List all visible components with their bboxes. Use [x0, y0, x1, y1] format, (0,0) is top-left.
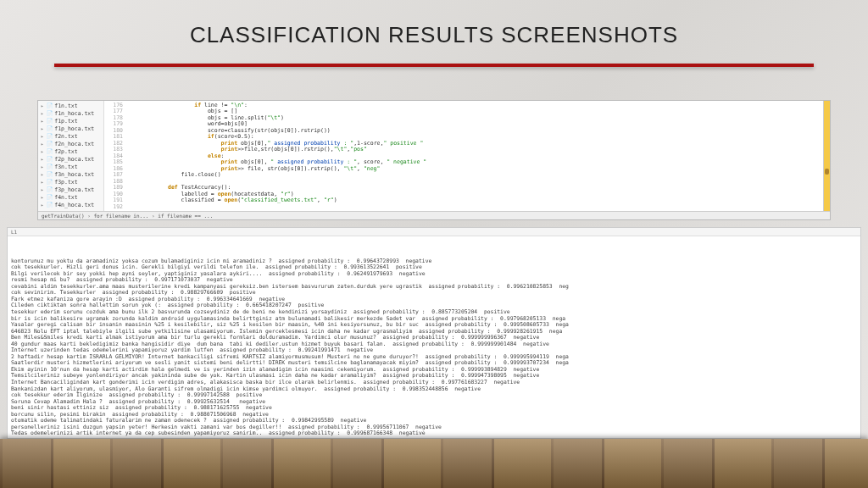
editor-scrollbar[interactable] [823, 101, 830, 211]
file-item[interactable]: ▸ 📄f1n_hoca.txt [41, 110, 101, 117]
file-item[interactable]: ▸ 📄f4n_hoca.txt [41, 202, 101, 208]
file-item[interactable]: ▸ 📄f3n.txt [41, 164, 101, 170]
file-item[interactable]: ▸ 📄f1n.txt [41, 103, 101, 109]
ide-screenshot: ▸ 📄f1n.txt▸ 📄f1n_hoca.txt▸ 📄f1p.txt▸ 📄f1… [37, 100, 831, 220]
file-navigator[interactable]: ▸ 📄f1n.txt▸ 📄f1n_hoca.txt▸ 📄f1p.txt▸ 📄f1… [38, 101, 104, 219]
console-output[interactable]: L1 kontorunuz mu yoktu da aramadiniz yok… [7, 227, 861, 439]
file-item[interactable]: ▸ 📄f1p_hoca.txt [41, 125, 101, 132]
file-item[interactable]: ▸ 📄f1p.txt [41, 118, 101, 125]
file-item[interactable]: ▸ 📄f3p.txt [41, 179, 101, 186]
file-item[interactable]: ▸ 📄f3p_hoca.txt [41, 186, 101, 193]
editor-breadcrumb: getTrainData() › for filename in... › if… [38, 211, 830, 219]
file-item[interactable]: ▸ 📄f2p.txt [41, 148, 101, 155]
file-item[interactable]: ▸ 📄f3n_hoca.txt [41, 171, 101, 178]
slide-title: CLASSIFICATION RESULTS SCREENSHOTS [0, 0, 868, 64]
title-rule [54, 64, 814, 67]
file-item[interactable]: ▸ 📄f4n.txt [41, 194, 101, 201]
file-item[interactable]: ▸ 📄f2n.txt [41, 133, 101, 140]
file-item[interactable]: ▸ 📄f2p_hoca.txt [41, 156, 101, 163]
file-item[interactable]: ▸ 📄f2n_hoca.txt [41, 141, 101, 147]
console-header: L1 [8, 228, 860, 236]
console-body: kontorunuz mu yoktu da aramadiniz yoksa … [11, 258, 857, 437]
floor-decoration [0, 439, 868, 488]
code-editor[interactable]: 176 if line != "\n": 177 objs = [] 178 o… [104, 101, 830, 219]
